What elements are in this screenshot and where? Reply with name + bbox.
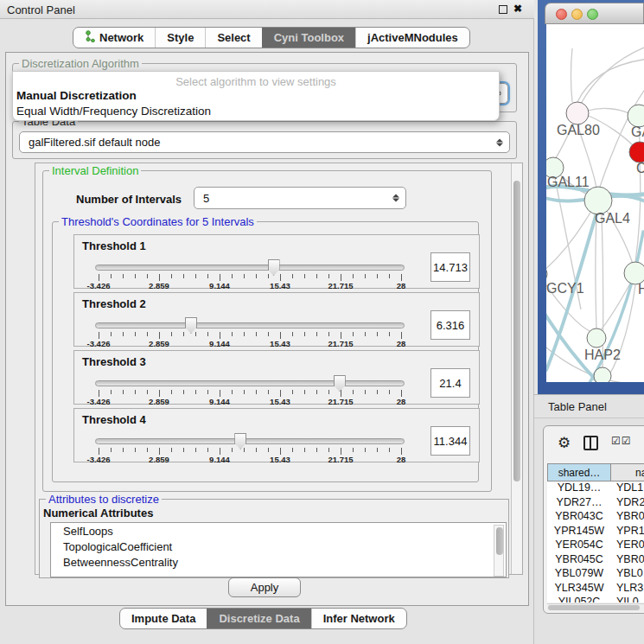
tick-mark xyxy=(147,390,148,394)
network-canvas[interactable]: GAL80GACGAL11GAL4GCY1HHAP2 xyxy=(546,24,644,382)
tick-mark xyxy=(341,332,341,339)
horizontal-scrollbar-thumb[interactable] xyxy=(548,605,640,610)
tick-mark xyxy=(401,274,402,281)
select-columns-icon[interactable]: ☑☑ xyxy=(611,435,632,447)
algorithm-option-equal-width-frequency-discretization[interactable]: Equal Width/Frequency Discretization xyxy=(16,105,211,118)
tab-select[interactable]: Select xyxy=(205,28,261,48)
tick-label: 2.859 xyxy=(149,339,169,348)
tick-mark xyxy=(365,332,366,336)
close-icon[interactable]: ✖ xyxy=(513,3,522,15)
tick-mark xyxy=(147,448,148,452)
cell-name: YBL0 xyxy=(611,567,644,582)
apply-button-label: Apply xyxy=(251,581,279,594)
gear-icon[interactable]: ⚙ xyxy=(558,434,571,452)
table-row[interactable]: YDR27…YDR2 xyxy=(547,496,644,511)
cell-name: YER0 xyxy=(611,539,644,553)
list-scrollbar[interactable] xyxy=(494,525,504,577)
table-row[interactable]: YIL052CYIL0 xyxy=(547,596,644,603)
attribute-item-betweennesscentrality[interactable]: BetweennessCentrality xyxy=(51,554,506,570)
tick-mark xyxy=(220,390,220,397)
table-row[interactable]: YLR345WYLR3 xyxy=(547,582,644,596)
table-row[interactable]: YDL19…YDL1 xyxy=(547,481,644,496)
table-row[interactable]: YBR043CYBR0 xyxy=(547,510,644,525)
tick-mark xyxy=(365,448,366,452)
tick-mark xyxy=(232,390,233,394)
tick-mark xyxy=(123,274,124,278)
network-node-gal80[interactable] xyxy=(566,102,589,124)
minimize-traffic-light-icon[interactable] xyxy=(571,9,583,20)
control-panel-titlebar: Control Panel ✖ xyxy=(0,0,534,19)
network-view-window: GAL80GACGAL11GAL4GCY1HHAP2 xyxy=(538,0,644,394)
tick-mark xyxy=(232,332,233,336)
cell-name: YIL0 xyxy=(611,596,644,603)
bottom-tab-discretize-data[interactable]: Discretize Data xyxy=(207,609,310,628)
cell-name: YBR0 xyxy=(611,553,644,568)
float-icon[interactable] xyxy=(499,5,507,14)
table-row[interactable]: YER054CYER0 xyxy=(547,539,644,553)
slider-track[interactable] xyxy=(95,380,405,386)
threshold-label: Threshold 3 xyxy=(82,355,146,368)
threshold-value-field[interactable]: 11.344 xyxy=(430,426,470,456)
tick-mark xyxy=(365,390,366,394)
slider-tick-labels: -3.4262.8599.14415.4321.71528 xyxy=(99,281,401,290)
tab-style[interactable]: Style xyxy=(155,28,205,48)
table-header-row: shared…na xyxy=(547,463,644,481)
table-data-combobox[interactable]: galFiltered.sif default node xyxy=(19,131,510,153)
threshold-value-field[interactable]: 6.316 xyxy=(430,310,470,340)
horizontal-scrollbar[interactable] xyxy=(547,603,644,611)
bottom-tab-bar: Impute DataDiscretize DataInfer Network xyxy=(119,608,407,629)
threshold-value-field[interactable]: 14.713 xyxy=(430,252,470,282)
tab-cyni-toolbox[interactable]: Cyni Toolbox xyxy=(262,28,355,48)
column-header-name[interactable]: na xyxy=(611,463,644,481)
tab-network[interactable]: Network xyxy=(73,28,155,48)
threshold-panel-2: Threshold 2-3.4262.8599.14415.4321.71528… xyxy=(73,292,480,347)
slider-track[interactable] xyxy=(95,322,405,328)
apply-button[interactable]: Apply xyxy=(228,577,301,597)
table-row[interactable]: YPR145WYPR1 xyxy=(547,525,644,539)
bottom-tab-infer-network[interactable]: Infer Network xyxy=(311,609,406,628)
tick-label: -3.426 xyxy=(87,397,111,406)
table-row[interactable]: YBL079WYBL0 xyxy=(547,567,644,582)
tick-mark xyxy=(183,448,184,452)
table-panel-titlebar: Table Panel xyxy=(534,394,644,418)
screen: Control Panel ✖ NetworkStyleSelectCyni T… xyxy=(0,0,644,644)
slider-track[interactable] xyxy=(95,265,405,271)
tick-mark xyxy=(401,332,402,339)
split-columns-icon[interactable] xyxy=(583,436,598,450)
tick-mark xyxy=(304,390,305,394)
algorithm-option-manual-discretization[interactable]: Manual Discretization xyxy=(16,89,137,102)
tick-mark xyxy=(220,274,220,281)
attribute-item-topologicalcoefficient[interactable]: TopologicalCoefficient xyxy=(51,539,506,554)
tick-mark xyxy=(159,274,160,281)
tick-label: -3.426 xyxy=(87,339,111,348)
threshold-value-field[interactable]: 21.4 xyxy=(430,368,470,398)
tab-jactivemnodules[interactable]: jActiveMNodules xyxy=(355,28,469,48)
number-of-intervals-combobox[interactable]: 5 xyxy=(194,187,406,209)
tick-mark xyxy=(171,332,172,336)
tick-mark xyxy=(268,274,269,278)
bottom-tab-label: Discretize Data xyxy=(219,612,299,625)
tick-mark xyxy=(353,332,354,336)
tick-mark xyxy=(304,448,305,452)
scrollbar-thumb[interactable] xyxy=(513,181,520,481)
zoom-traffic-light-icon[interactable] xyxy=(587,9,598,20)
tick-mark xyxy=(135,332,136,336)
tick-mark xyxy=(280,390,281,397)
tick-label: 21.715 xyxy=(328,397,353,406)
close-traffic-light-icon[interactable] xyxy=(556,9,567,20)
column-header-shared-name[interactable]: shared… xyxy=(547,463,611,481)
attribute-item-selfloops[interactable]: SelfLoops xyxy=(51,523,506,539)
network-node-unlabeled[interactable] xyxy=(594,367,611,382)
list-scrollbar-thumb[interactable] xyxy=(496,527,503,555)
attributes-group-title: Attributes to discretize xyxy=(46,493,162,506)
slider-tick-labels: -3.4262.8599.14415.4321.71528 xyxy=(99,339,401,348)
tick-mark xyxy=(232,274,233,278)
tick-label: 15.43 xyxy=(270,339,290,348)
table-row[interactable]: YBR045CYBR0 xyxy=(547,553,644,568)
network-node-hap2[interactable] xyxy=(587,328,606,348)
bottom-tab-impute-data[interactable]: Impute Data xyxy=(120,609,207,628)
network-node-c[interactable] xyxy=(629,142,644,163)
attributes-group: Attributes to discretize Numerical Attri… xyxy=(39,499,509,578)
vertical-scrollbar[interactable] xyxy=(511,163,522,574)
slider-track[interactable] xyxy=(95,438,405,444)
